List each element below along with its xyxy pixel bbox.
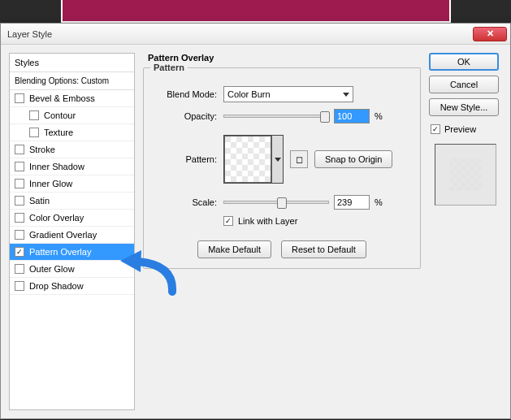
dialog-title: Layer Style: [7, 29, 52, 39]
scale-input[interactable]: [334, 195, 370, 210]
cancel-button[interactable]: Cancel: [429, 76, 499, 93]
style-checkbox[interactable]: [15, 179, 24, 188]
style-item-outer-glow[interactable]: Outer Glow: [10, 261, 134, 278]
style-checkbox[interactable]: [15, 247, 24, 257]
chevron-down-icon: [343, 93, 349, 97]
titlebar: Layer Style ✕: [1, 24, 510, 45]
scale-unit: %: [375, 197, 383, 207]
section-title: Pattern Overlay: [148, 53, 421, 63]
snap-to-origin-button[interactable]: Snap to Origin: [314, 150, 392, 168]
blend-mode-select[interactable]: Color Burn: [223, 86, 353, 102]
pattern-fieldset: Pattern Blend Mode: Color Burn Opacity:: [143, 67, 421, 269]
close-button[interactable]: ✕: [473, 27, 507, 41]
blend-mode-label: Blend Mode:: [154, 89, 217, 99]
ok-button[interactable]: OK: [429, 53, 499, 71]
style-item-label: Color Overlay: [29, 213, 84, 223]
opacity-unit: %: [375, 111, 383, 121]
reset-to-default-button[interactable]: Reset to Default: [281, 240, 366, 258]
style-checkbox[interactable]: [15, 264, 24, 274]
style-checkbox[interactable]: [29, 128, 39, 137]
style-item-label: Satin: [29, 196, 50, 206]
style-checkbox[interactable]: [15, 145, 24, 154]
scale-slider[interactable]: [223, 201, 329, 204]
style-checkbox[interactable]: [15, 162, 24, 171]
style-item-satin[interactable]: Satin: [10, 193, 134, 210]
close-icon: ✕: [487, 28, 494, 39]
scale-thumb[interactable]: [277, 197, 287, 209]
chevron-down-icon: [275, 158, 281, 162]
style-item-texture[interactable]: Texture: [10, 124, 134, 141]
preview-checkbox[interactable]: [431, 124, 440, 134]
style-item-label: Gradient Overlay: [29, 230, 97, 240]
blending-options-item[interactable]: Blending Options: Custom: [10, 72, 134, 90]
layer-style-dialog: Layer Style ✕ Styles Blending Options: C…: [0, 23, 511, 419]
background-banner: [61, 0, 451, 23]
style-item-label: Texture: [44, 128, 73, 137]
style-item-label: Pattern Overlay: [29, 247, 91, 257]
preview-box: [435, 144, 496, 206]
link-with-layer-label: Link with Layer: [238, 216, 297, 226]
style-item-gradient-overlay[interactable]: Gradient Overlay: [10, 227, 134, 244]
style-item-label: Contour: [44, 110, 76, 120]
blend-mode-value: Color Burn: [227, 89, 271, 99]
preview-swatch: [449, 158, 482, 191]
styles-header[interactable]: Styles: [10, 54, 134, 72]
style-item-stroke[interactable]: Stroke: [10, 141, 134, 158]
opacity-thumb[interactable]: [320, 111, 330, 123]
pattern-dropdown-button[interactable]: [271, 136, 283, 183]
style-checkbox[interactable]: [15, 93, 24, 103]
pattern-label: Pattern:: [154, 154, 217, 164]
opacity-slider[interactable]: [223, 115, 329, 118]
scale-label: Scale:: [154, 197, 217, 207]
create-pattern-button[interactable]: ◻: [290, 150, 308, 168]
style-checkbox[interactable]: [15, 230, 24, 240]
style-item-label: Outer Glow: [29, 264, 75, 274]
style-item-pattern-overlay[interactable]: Pattern Overlay: [10, 244, 134, 261]
fieldset-legend: Pattern: [150, 63, 188, 72]
style-item-label: Inner Shadow: [29, 162, 84, 171]
settings-panel: Pattern Overlay Pattern Blend Mode: Colo…: [143, 53, 421, 410]
style-item-label: Inner Glow: [29, 179, 72, 188]
style-item-inner-glow[interactable]: Inner Glow: [10, 175, 134, 193]
style-item-label: Stroke: [29, 145, 55, 154]
pattern-picker[interactable]: [223, 135, 284, 184]
style-item-bevel-emboss[interactable]: Bevel & Emboss: [10, 90, 134, 107]
style-item-label: Drop Shadow: [29, 281, 84, 291]
style-item-contour[interactable]: Contour: [10, 107, 134, 124]
style-item-inner-shadow[interactable]: Inner Shadow: [10, 158, 134, 175]
style-item-drop-shadow[interactable]: Drop Shadow: [10, 278, 134, 295]
style-checkbox[interactable]: [15, 281, 24, 291]
styles-list: Styles Blending Options: Custom Bevel & …: [9, 53, 135, 410]
style-item-label: Bevel & Emboss: [29, 93, 95, 103]
link-with-layer-checkbox[interactable]: [223, 216, 233, 226]
style-item-color-overlay[interactable]: Color Overlay: [10, 210, 134, 227]
make-default-button[interactable]: Make Default: [197, 240, 271, 258]
style-checkbox[interactable]: [15, 213, 24, 223]
new-style-button[interactable]: New Style...: [429, 98, 499, 116]
pattern-swatch: [224, 136, 271, 183]
style-checkbox[interactable]: [29, 110, 39, 120]
new-preset-icon: ◻: [296, 154, 303, 165]
opacity-input[interactable]: [334, 109, 370, 123]
style-checkbox[interactable]: [15, 196, 24, 206]
dialog-buttons: OK Cancel New Style... Preview: [429, 53, 502, 410]
preview-label: Preview: [444, 124, 476, 134]
opacity-label: Opacity:: [154, 111, 217, 121]
